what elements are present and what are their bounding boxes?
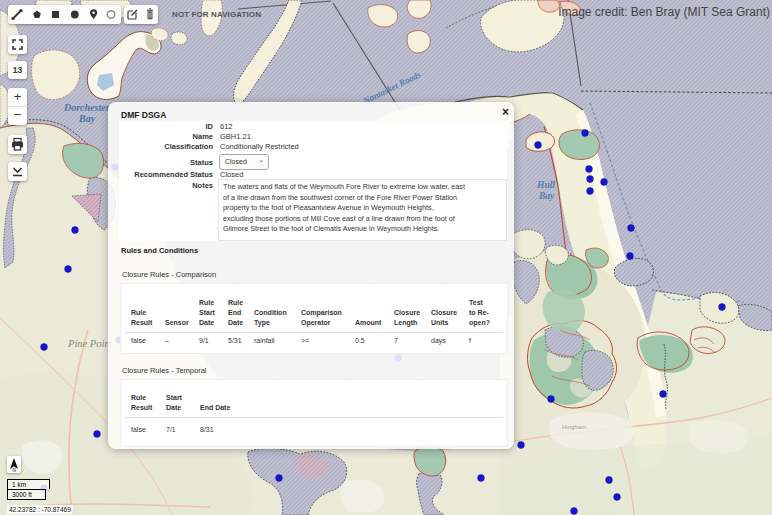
svg-text:Bay: Bay (78, 113, 96, 124)
svg-text:Hingham: Hingham (562, 424, 586, 430)
svg-text:Hull: Hull (536, 180, 555, 190)
svg-text:N: N (12, 468, 15, 473)
svg-text:Image credit: Ben Bray (MIT Se: Image credit: Ben Bray (MIT Sea Grant) (558, 5, 770, 19)
svg-text:Bay: Bay (538, 191, 555, 201)
svg-text:Pine Point: Pine Point (67, 338, 114, 349)
svg-text:NOT FOR NAVIGATION: NOT FOR NAVIGATION (172, 10, 261, 19)
svg-text:Dorchester: Dorchester (63, 102, 110, 113)
